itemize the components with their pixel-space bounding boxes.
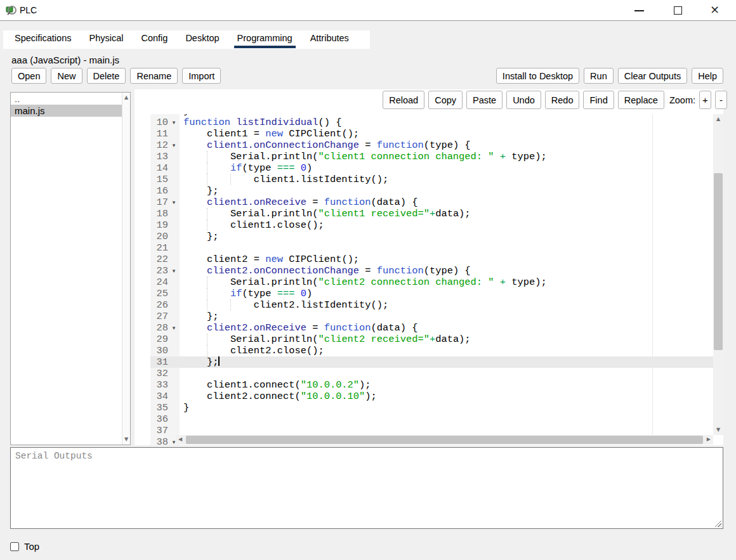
zoom-in-button[interactable]: + [699, 91, 711, 109]
fold-spacer [168, 151, 180, 162]
paste-button[interactable]: Paste [466, 91, 503, 109]
scroll-down-icon[interactable]: ▼ [713, 427, 723, 433]
resize-grip-icon[interactable] [713, 519, 721, 527]
line-gutter: 36 [150, 413, 180, 425]
install-to-desktop-button[interactable]: Install to Desktop [496, 68, 579, 84]
fold-spacer [168, 299, 180, 311]
close-button[interactable]: × [702, 0, 730, 21]
code-line-20[interactable]: 20 }; [150, 231, 713, 242]
line-gutter: 18 [150, 208, 180, 219]
tab-physical[interactable]: Physical [86, 30, 126, 48]
code-lines: 9}10▾function listIndividual() {11 clien… [150, 114, 713, 445]
code-line-22[interactable]: 22 client2 = new CIPClient(); [150, 254, 713, 265]
tab-desktop[interactable]: Desktop [182, 30, 222, 48]
maximize-button[interactable] [664, 0, 692, 21]
tab-programming[interactable]: Programming [234, 30, 296, 48]
code-line-18[interactable]: 18 Serial.println("client1 received="+da… [150, 208, 713, 219]
code-token: type); [506, 277, 547, 288]
file-item-[interactable]: .. [11, 93, 122, 105]
new-button[interactable]: New [51, 68, 82, 84]
file-list-scrollbar[interactable]: ▲ ▼ [122, 93, 130, 445]
scroll-up-icon[interactable]: ▲ [713, 117, 723, 122]
fold-arrow-icon[interactable]: ▾ [168, 117, 180, 128]
code-line-23[interactable]: 23▾ client2.onConnectionChange = functio… [150, 265, 713, 277]
file-action-row: OpenNewDeleteRenameImport [11, 68, 221, 84]
undo-button[interactable]: Undo [506, 91, 541, 109]
code-token: = [359, 265, 377, 277]
line-number: 20 [150, 231, 168, 242]
code-line-34[interactable]: 34 client2.connect("10.0.0.10"); [150, 391, 713, 402]
code-line-11[interactable]: 11 client1 = new CIPClient(); [150, 128, 713, 140]
file-item-main-js[interactable]: main.js [11, 105, 122, 117]
run-button[interactable]: Run [584, 68, 614, 84]
scroll-left-icon[interactable]: ◀ [178, 437, 182, 442]
zoom-out-button[interactable]: - [715, 91, 727, 109]
code-token [230, 117, 236, 128]
code-line-13[interactable]: 13 Serial.println("client1 connection ch… [150, 151, 713, 162]
code-token: function [377, 265, 424, 277]
fold-arrow-icon[interactable]: ▾ [168, 265, 180, 277]
code-line-25[interactable]: 25 if(type === 0) [150, 288, 713, 299]
tab-config[interactable]: Config [138, 30, 171, 48]
open-button[interactable]: Open [11, 68, 46, 84]
tab-attributes[interactable]: Attributes [307, 30, 352, 48]
fold-arrow-icon[interactable]: ▾ [168, 140, 180, 151]
redo-button[interactable]: Redo [545, 91, 580, 109]
rename-button[interactable]: Rename [130, 68, 178, 84]
code-token: listIndividual [236, 117, 318, 128]
code-line-35[interactable]: 35} [150, 402, 713, 413]
code-token: client1.onReceive [207, 197, 306, 208]
code-text: client1.onConnectionChange = function(ty… [180, 140, 713, 151]
code-token: (type) { [424, 140, 471, 151]
code-viewport[interactable]: 9}10▾function listIndividual() {11 clien… [150, 114, 713, 445]
minimize-button[interactable] [625, 0, 653, 21]
import-button[interactable]: Import [182, 68, 221, 84]
code-line-16[interactable]: 16 }; [150, 185, 713, 197]
code-token: "client2 connection changed: " [318, 277, 494, 288]
code-line-28[interactable]: 28▾ client2.onReceive = function(data) { [150, 322, 713, 334]
code-line-15[interactable]: 15 client1.listIdentity(); [150, 174, 713, 185]
code-line-17[interactable]: 17▾ client1.onReceive = function(data) { [150, 197, 713, 208]
code-token: client2.connect( [183, 391, 301, 402]
code-line-31[interactable]: 31 }; [150, 356, 713, 368]
code-line-14[interactable]: 14 if(type === 0) [150, 162, 713, 174]
code-text: }; [180, 356, 713, 368]
code-line-33[interactable]: 33 client1.connect("10.0.0.2"); [150, 379, 713, 391]
code-line-27[interactable]: 27 }; [150, 311, 713, 322]
help-button[interactable]: Help [692, 68, 723, 84]
delete-button[interactable]: Delete [87, 68, 126, 84]
copy-button[interactable]: Copy [428, 91, 463, 109]
code-line-12[interactable]: 12▾ client1.onConnectionChange = functio… [150, 140, 713, 151]
fold-spacer [168, 413, 180, 425]
code-token: = [306, 197, 324, 208]
line-gutter: 24 [150, 277, 180, 288]
code-line-24[interactable]: 24 Serial.println("client2 connection ch… [150, 277, 713, 288]
find-button[interactable]: Find [583, 91, 614, 109]
horizontal-scroll-thumb[interactable] [186, 436, 703, 444]
clear-outputs-button[interactable]: Clear Outputs [618, 68, 687, 84]
serial-outputs-panel[interactable]: Serial Outputs [10, 447, 723, 529]
code-line-19[interactable]: 19 client1.close(); [150, 219, 713, 231]
scroll-down-icon[interactable]: ▼ [122, 437, 130, 442]
vertical-scroll-thumb[interactable] [714, 173, 723, 350]
fold-arrow-icon[interactable]: ▾ [168, 197, 180, 208]
line-gutter: 25 [150, 288, 180, 299]
fold-spacer [168, 379, 180, 391]
tab-specifications[interactable]: Specifications [11, 30, 74, 48]
editor-vertical-scrollbar[interactable]: ▲ ▼ [713, 114, 723, 435]
replace-button[interactable]: Replace [618, 91, 664, 109]
code-line-29[interactable]: 29 Serial.println("client2 received="+da… [150, 334, 713, 345]
scroll-up-icon[interactable]: ▲ [122, 95, 130, 100]
editor-horizontal-scrollbar[interactable]: ◀ ▶ [176, 435, 713, 445]
scroll-right-icon[interactable]: ▶ [707, 437, 711, 442]
code-line-30[interactable]: 30 client2.close(); [150, 345, 713, 356]
fold-arrow-icon[interactable]: ▾ [168, 322, 180, 334]
reload-button[interactable]: Reload [383, 91, 424, 109]
code-line-32[interactable]: 32 [150, 368, 713, 379]
code-line-26[interactable]: 26 client2.listIdentity(); [150, 299, 713, 311]
close-icon: × [710, 3, 720, 16]
code-line-36[interactable]: 36 [150, 413, 713, 425]
code-line-21[interactable]: 21 [150, 242, 713, 254]
top-checkbox[interactable] [10, 542, 19, 551]
code-line-10[interactable]: 10▾function listIndividual() { [150, 117, 713, 128]
